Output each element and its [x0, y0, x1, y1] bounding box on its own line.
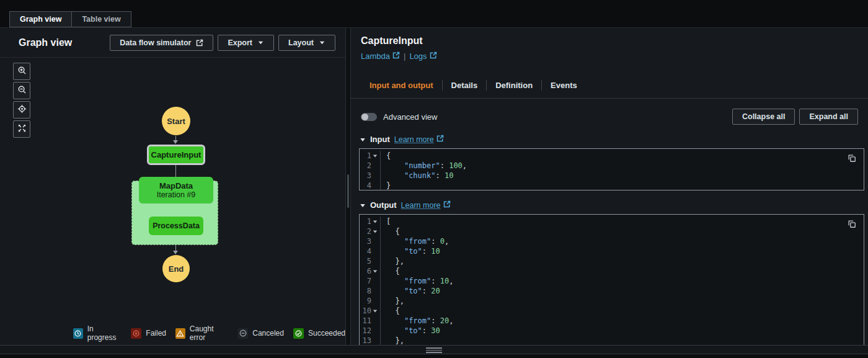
code-text: "to": 10 [381, 246, 440, 256]
tab-details[interactable]: Details [443, 77, 487, 94]
graph-node-mapdata[interactable]: MapData Iteration #9 [139, 177, 213, 204]
split-panel-drag-handle[interactable] [426, 347, 442, 354]
toggle-knob [361, 114, 368, 120]
input-section-header: Input Learn more [360, 135, 858, 144]
line-number: 6 [360, 266, 381, 276]
collapse-all-button[interactable]: Collapse all [732, 109, 795, 125]
line-number: 10 [360, 306, 381, 316]
link-label: Logs [409, 51, 427, 61]
view-tab-table-view[interactable]: Table view [72, 11, 131, 27]
chevron-down-icon [319, 39, 326, 46]
fold-chevron-icon[interactable] [373, 229, 378, 234]
state-details-panel: CaptureInput Lambda|Logs Input and outpu… [351, 28, 868, 345]
external-link-icon [392, 51, 400, 61]
canceled-icon [237, 328, 248, 339]
detail-tabs: Input and outputDetailsDefinitionEvents [361, 77, 868, 94]
legend-item-failed: Failed [131, 328, 166, 339]
output-learn-more-link[interactable]: Learn more [401, 200, 451, 210]
copy-icon[interactable] [848, 154, 856, 163]
fold-chevron-icon[interactable] [373, 153, 378, 158]
code-line: 3 "from": 0, [360, 236, 864, 246]
external-link-icon [436, 135, 444, 144]
graph-node-processdata[interactable]: ProcessData [149, 217, 203, 235]
tab-input-and-output[interactable]: Input and output [361, 77, 442, 94]
graph-node-captureinput[interactable]: CaptureInput [147, 145, 205, 165]
code-line: 3 "chunk": 10 [360, 171, 864, 181]
code-line: 8 "to": 20 [360, 286, 864, 296]
advanced-view-row: Advanced view Collapse all Expand all [361, 109, 858, 125]
fold-chevron-icon[interactable] [373, 308, 378, 313]
fold-chevron-icon[interactable] [373, 269, 378, 274]
succeeded-icon [293, 328, 304, 339]
chevron-down-icon [257, 39, 264, 46]
code-text: { [381, 266, 400, 276]
graph-canvas[interactable]: Start CaptureInput MapData Iteration #9 … [0, 58, 345, 333]
line-number: 8 [360, 286, 381, 296]
tab-definition[interactable]: Definition [487, 77, 541, 94]
fold-chevron-icon[interactable] [373, 219, 378, 224]
legend-label: Succeeded [308, 329, 345, 338]
lambda-link[interactable]: Lambda [361, 51, 400, 61]
line-number: 4 [360, 246, 381, 256]
line-number: 2 [360, 226, 381, 236]
legend-item-succeeded: Succeeded [293, 328, 345, 339]
tab-events[interactable]: Events [542, 77, 586, 94]
warning-icon [175, 328, 185, 339]
export-button[interactable]: Export [218, 35, 274, 51]
layout-label: Layout [288, 38, 314, 47]
layout-button[interactable]: Layout [278, 35, 335, 51]
line-number: 1 [360, 217, 381, 226]
view-tabs: Graph viewTable view [9, 11, 868, 27]
code-text: { [381, 306, 400, 316]
data-flow-simulator-button[interactable]: Data flow simulator [110, 35, 213, 51]
code-text: "to": 20 [381, 286, 440, 296]
top-bar: Graph viewTable view [0, 0, 868, 27]
view-tab-graph-view[interactable]: Graph view [9, 11, 72, 27]
copy-icon[interactable] [848, 220, 856, 228]
code-line: 4} [360, 181, 864, 190]
expand-all-button[interactable]: Expand all [799, 109, 858, 125]
logs-link[interactable]: Logs [409, 51, 436, 61]
code-text: }, [381, 256, 404, 266]
learn-more-label: Learn more [394, 135, 434, 144]
code-text: { [381, 151, 391, 161]
line-number: 12 [360, 326, 381, 336]
code-text: "from": 10, [381, 276, 453, 286]
main-content: Graph view Data flow simulator Export La… [0, 27, 868, 345]
code-text: { [381, 226, 400, 236]
failed-icon [131, 328, 141, 339]
code-line: 7 "from": 10, [360, 276, 864, 286]
legend-label: Canceled [252, 329, 284, 338]
link-separator: | [404, 51, 405, 61]
graph-node-start[interactable]: Start [162, 107, 190, 135]
input-learn-more-link[interactable]: Learn more [394, 135, 444, 144]
line-number: 13 [360, 336, 381, 345]
export-label: Export [228, 38, 252, 47]
code-text: "chunk": 10 [381, 171, 453, 181]
advanced-view-toggle[interactable] [361, 113, 377, 121]
external-link-icon [196, 39, 203, 47]
output-code-editor[interactable]: 1[2 {3 "from": 0,4 "to": 105 },6 {7 "fro… [359, 214, 864, 345]
code-line: 1{ [360, 151, 864, 161]
line-number: 11 [360, 316, 381, 326]
edge-arrowhead [173, 140, 178, 144]
section-expand-icon[interactable] [360, 202, 366, 208]
resource-links: Lambda|Logs [361, 51, 858, 61]
panel-resize-divider[interactable] [345, 28, 351, 345]
code-line: 1[ [360, 217, 864, 226]
graph-panel: Graph view Data flow simulator Export La… [0, 28, 345, 345]
panel-resize-handle[interactable] [347, 174, 349, 208]
line-number: 7 [360, 276, 381, 286]
section-expand-icon[interactable] [360, 136, 366, 143]
code-line: 12 "to": 30 [360, 326, 864, 336]
tabs-divider [351, 98, 868, 99]
input-section-title: Input [370, 135, 390, 144]
input-code-editor[interactable]: 1{2 "number": 100,3 "chunk": 104} [359, 148, 864, 190]
graph-node-end[interactable]: End [162, 255, 190, 282]
line-number: 3 [360, 236, 381, 246]
legend-label: Failed [146, 329, 166, 338]
line-number: 2 [360, 161, 381, 171]
edge-captureinput-mapdata [175, 165, 176, 177]
link-label: Lambda [361, 51, 390, 61]
edge-arrowhead [173, 251, 178, 254]
